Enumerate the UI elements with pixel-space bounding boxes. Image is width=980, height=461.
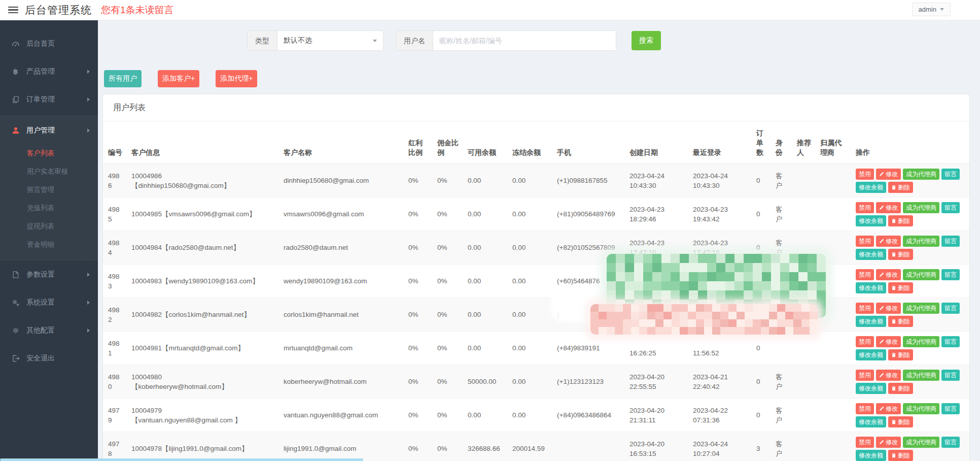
- sidebar-item-users[interactable]: 用户管理: [0, 116, 98, 144]
- sidebar-item-products[interactable]: ฿产品管理: [0, 57, 98, 85]
- all-users-button[interactable]: 所有用户: [104, 70, 142, 87]
- delete-button[interactable]: 删除: [888, 215, 913, 226]
- edit-button[interactable]: 修改: [876, 303, 901, 314]
- delete-button[interactable]: 删除: [888, 182, 913, 193]
- delete-button[interactable]: 删除: [888, 282, 913, 293]
- cell-agent: [815, 197, 851, 231]
- username-input[interactable]: [433, 31, 616, 50]
- sidebar-subitem-realname-review[interactable]: 用户实名审核: [0, 162, 98, 181]
- become-agent-button[interactable]: 成为代理商: [903, 437, 939, 448]
- become-agent-button[interactable]: 成为代理商: [903, 403, 939, 414]
- disable-button[interactable]: 禁用: [856, 370, 874, 381]
- sidebar-item-logout[interactable]: 安全退出: [0, 344, 98, 372]
- add-agent-button[interactable]: 添加代理+: [216, 70, 257, 87]
- cell-actions: 禁用修改成为代理商留言修改余额删除: [851, 298, 969, 332]
- column-header-0: 编号: [103, 121, 126, 164]
- become-agent-button[interactable]: 成为代理商: [903, 370, 939, 381]
- edit-button[interactable]: 修改: [876, 437, 901, 448]
- become-agent-button[interactable]: 成为代理商: [903, 303, 939, 314]
- cell-last-login: 2023-04-2122:40:42: [688, 365, 751, 399]
- sidebar-item-params[interactable]: 参数设置: [0, 260, 98, 288]
- delete-button[interactable]: 删除: [888, 316, 913, 327]
- delete-button[interactable]: 删除: [888, 450, 913, 461]
- cell-phone: (+84)9839191: [552, 332, 624, 365]
- message-button[interactable]: 留言: [941, 169, 960, 180]
- edit-button[interactable]: 修改: [876, 202, 901, 213]
- message-button[interactable]: 留言: [941, 303, 960, 314]
- become-agent-button[interactable]: 成为代理商: [903, 269, 939, 280]
- horizontal-scrollbar-thumb[interactable]: [0, 458, 363, 461]
- edit-button[interactable]: 修改: [876, 269, 901, 280]
- edit-balance-button[interactable]: 修改余额: [856, 249, 886, 260]
- cell-commission-ratio: 0%: [432, 197, 463, 231]
- disable-button[interactable]: 禁用: [856, 437, 874, 448]
- admin-menu-button[interactable]: admin: [912, 3, 951, 16]
- sidebar-item-system[interactable]: 系统设置: [0, 288, 98, 316]
- disable-button[interactable]: 禁用: [856, 303, 874, 314]
- delete-button[interactable]: 删除: [888, 249, 913, 260]
- disable-button[interactable]: 禁用: [856, 403, 874, 414]
- disable-button[interactable]: 禁用: [856, 169, 874, 180]
- disable-button[interactable]: 禁用: [856, 202, 874, 213]
- cell-customer-info: 10004981【mrtuanqtd@gmail.com】: [126, 332, 278, 365]
- cell-order-count: 0: [751, 365, 771, 399]
- cell-customer-info: 10004979【vantuan.nguyen88@gmail.com 】: [126, 399, 278, 432]
- cell-customer-name: wendy19890109@163.com: [278, 265, 403, 298]
- edit-balance-button[interactable]: 修改余额: [856, 349, 886, 360]
- disable-button[interactable]: 禁用: [856, 269, 874, 280]
- edit-balance-button[interactable]: 修改余额: [856, 215, 886, 226]
- edit-balance-button[interactable]: 修改余额: [856, 316, 886, 327]
- unread-message-notice[interactable]: 您有1条未读留言: [101, 4, 174, 17]
- message-button[interactable]: 留言: [941, 336, 960, 347]
- message-button[interactable]: 留言: [941, 403, 960, 414]
- cell-actions: 禁用修改成为代理商留言修改余额删除: [851, 265, 969, 298]
- delete-button[interactable]: 删除: [888, 383, 913, 394]
- username-filter-group: 用户名: [396, 30, 616, 51]
- cell-id: 4978: [103, 432, 126, 461]
- edit-balance-button[interactable]: 修改余额: [856, 416, 886, 427]
- search-button[interactable]: 搜索: [632, 31, 661, 50]
- sidebar-subitem-recharge-list[interactable]: 充值列表: [0, 199, 98, 217]
- sidebar-subitem-withdraw-list[interactable]: 提现列表: [0, 217, 98, 236]
- edit-balance-button[interactable]: 修改余额: [856, 450, 886, 461]
- sidebar-subitem-funds-detail[interactable]: 资金明细: [0, 236, 98, 254]
- add-customer-button[interactable]: 添加客户+: [158, 70, 199, 87]
- become-agent-button[interactable]: 成为代理商: [903, 202, 939, 213]
- edit-balance-button[interactable]: 修改余额: [856, 383, 886, 394]
- message-button[interactable]: 留言: [941, 269, 960, 280]
- cell-frozen-balance: 0.00: [507, 332, 552, 365]
- edit-balance-button[interactable]: 修改余额: [856, 182, 886, 193]
- message-button[interactable]: 留言: [941, 236, 960, 247]
- system-icon: [11, 298, 20, 307]
- disable-button[interactable]: 禁用: [856, 236, 874, 247]
- chevron-right-icon: [87, 97, 90, 102]
- sidebar-subitem-customer-list[interactable]: 客户列表: [0, 144, 98, 162]
- message-button[interactable]: 留言: [941, 437, 960, 448]
- edit-button[interactable]: 修改: [876, 370, 901, 381]
- column-header-6: 冻结余额: [507, 121, 552, 164]
- edit-button[interactable]: 修改: [876, 403, 901, 414]
- cell-frozen-balance: 0.00: [507, 265, 552, 298]
- delete-button[interactable]: 删除: [888, 416, 913, 427]
- type-select[interactable]: 默认不选: [277, 31, 383, 50]
- cell-phone: (+81)09056489769: [552, 197, 624, 231]
- menu-toggle-icon[interactable]: [8, 5, 18, 15]
- sidebar-item-orders[interactable]: 订单管理: [0, 85, 98, 113]
- delete-button[interactable]: 删除: [888, 349, 913, 360]
- message-button[interactable]: 留言: [941, 370, 960, 381]
- become-agent-button[interactable]: 成为代理商: [903, 336, 939, 347]
- cell-available-balance: 0.00: [463, 164, 507, 197]
- sidebar-item-config[interactable]: 其他配置: [0, 316, 98, 344]
- become-agent-button[interactable]: 成为代理商: [903, 169, 939, 180]
- cell-identity: [771, 332, 792, 365]
- become-agent-button[interactable]: 成为代理商: [903, 236, 939, 247]
- sidebar-subitem-message-manage[interactable]: 留言管理: [0, 181, 98, 199]
- edit-button[interactable]: 修改: [876, 336, 901, 347]
- edit-balance-button[interactable]: 修改余额: [856, 282, 886, 293]
- cell-created-date: 2023-04-2022:55:55: [624, 365, 688, 399]
- disable-button[interactable]: 禁用: [856, 336, 874, 347]
- edit-button[interactable]: 修改: [876, 236, 901, 247]
- edit-button[interactable]: 修改: [876, 169, 901, 180]
- sidebar-item-dashboard[interactable]: 后台首页: [0, 29, 98, 57]
- message-button[interactable]: 留言: [941, 202, 960, 213]
